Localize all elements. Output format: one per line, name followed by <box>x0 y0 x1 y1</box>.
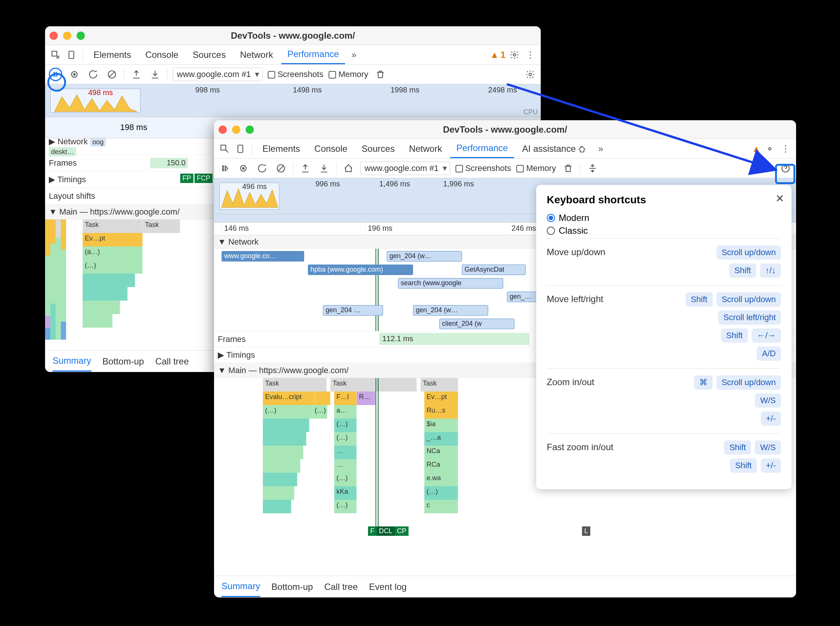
calltree-tab[interactable]: Call tree <box>155 352 189 371</box>
svg-point-7 <box>529 73 532 75</box>
radio-classic[interactable]: Classic <box>547 225 781 236</box>
shortcut-key: Scroll left/right <box>718 310 781 325</box>
more-tabs-icon[interactable]: » <box>347 48 361 62</box>
shortcut-key: Shift <box>685 292 713 307</box>
close-icon[interactable]: ✕ <box>775 192 784 205</box>
radio-modern[interactable]: Modern <box>547 213 781 223</box>
traffic-lights <box>50 31 85 40</box>
settings-icon[interactable] <box>523 67 537 81</box>
upload-icon[interactable] <box>130 67 143 81</box>
trash-icon[interactable] <box>374 67 387 81</box>
close-dot[interactable] <box>50 31 58 40</box>
kebab-icon[interactable]: ⋮ <box>779 142 792 156</box>
network-request[interactable]: search (www.google <box>398 278 503 289</box>
shortcut-key: ↑/↓ <box>760 263 781 278</box>
recording-dropdown-2[interactable]: www.google.com #1 <box>361 161 450 175</box>
issues-badge[interactable]: ▲ 1 <box>490 50 506 60</box>
recording-dropdown[interactable]: www.google.com #1 <box>173 67 262 81</box>
network-request[interactable]: gen_204 … <box>323 305 383 316</box>
clear-icon[interactable] <box>274 161 287 175</box>
record-icon[interactable] <box>237 161 250 175</box>
more-tabs-icon[interactable]: » <box>594 142 607 156</box>
screenshots-checkbox[interactable]: Screenshots <box>268 69 323 79</box>
tab-console[interactable]: Console <box>308 140 353 158</box>
svg-marker-8 <box>55 95 137 112</box>
device-icon[interactable] <box>65 48 78 62</box>
shortcut-key: +/- <box>761 412 781 426</box>
download-icon[interactable] <box>148 67 162 81</box>
help-icon[interactable] <box>779 161 792 175</box>
trash-icon[interactable] <box>561 161 575 175</box>
shortcut-label: Fast zoom in/out <box>547 440 724 452</box>
window-title-2: DevTools - www.google.com/ <box>443 124 567 135</box>
close-dot[interactable] <box>219 125 227 134</box>
shortcut-key: ⌘ <box>694 376 713 390</box>
download-icon[interactable] <box>317 161 331 175</box>
network-request[interactable]: hpba (www.google.com) <box>308 264 413 275</box>
device-icon[interactable] <box>234 142 247 156</box>
clear-icon[interactable] <box>105 67 119 81</box>
reload-icon[interactable] <box>86 67 100 81</box>
shortcut-key: Scroll up/down <box>717 292 781 307</box>
bottomup-tab[interactable]: Bottom-up <box>103 352 144 371</box>
memory-checkbox-2[interactable]: Memory <box>516 163 556 173</box>
window-title: DevTools - www.google.com/ <box>231 30 355 41</box>
minimize-dot[interactable] <box>63 31 71 40</box>
overview-cursor-label: 498 ms <box>88 88 113 97</box>
memory-checkbox[interactable]: Memory <box>329 69 368 79</box>
tab-console[interactable]: Console <box>139 46 184 64</box>
shortcut-key: Shift <box>729 263 756 278</box>
network-request[interactable]: gen_204 (w… <box>413 305 488 316</box>
network-request[interactable]: GetAsyncDat <box>462 264 526 275</box>
kebab-icon[interactable]: ⋮ <box>523 48 537 62</box>
summary-tab[interactable]: Summary <box>53 351 91 372</box>
svg-point-16 <box>766 167 768 169</box>
inspect-icon[interactable] <box>49 48 62 62</box>
collapse-icon[interactable] <box>586 161 599 175</box>
tab-sources[interactable]: Sources <box>187 46 232 64</box>
summary-tab[interactable]: Summary <box>222 576 260 597</box>
gear-icon[interactable] <box>508 48 521 62</box>
reload-icon[interactable] <box>255 161 269 175</box>
issues-badge[interactable]: ▲ <box>752 144 761 154</box>
shortcut-label: Move up/down <box>547 246 717 257</box>
svg-point-5 <box>73 73 76 75</box>
record-reload-icon[interactable] <box>218 161 231 175</box>
tab-sources[interactable]: Sources <box>356 140 401 158</box>
shortcut-key: W/S <box>755 440 781 455</box>
screenshots-checkbox-2[interactable]: Screenshots <box>456 163 511 173</box>
svg-rect-3 <box>54 72 55 76</box>
tab-network[interactable]: Network <box>403 140 448 158</box>
zoom-dot[interactable] <box>245 125 254 134</box>
overview-timeline[interactable]: 498 ms 998 ms 1498 ms 1998 ms 2498 ms CP… <box>45 84 541 117</box>
network-request[interactable]: client_204 (w <box>439 319 514 329</box>
record-reload-icon[interactable] <box>49 67 62 81</box>
home-icon[interactable] <box>342 161 355 175</box>
shortcut-key: Scroll up/down <box>717 376 781 390</box>
calltree-tab[interactable]: Call tree <box>324 577 358 597</box>
shortcut-key: ←/→ <box>752 329 781 343</box>
minimize-dot[interactable] <box>232 125 240 134</box>
tab-elements[interactable]: Elements <box>256 140 306 158</box>
zoom-dot[interactable] <box>77 31 85 40</box>
shortcut-label: Zoom in/out <box>547 376 694 387</box>
tab-network[interactable]: Network <box>234 46 279 64</box>
network-request[interactable]: www.google.co… <box>222 251 304 261</box>
eventlog-tab[interactable]: Event log <box>369 577 407 597</box>
inspect-icon[interactable] <box>218 142 231 156</box>
gear-icon[interactable] <box>763 142 776 156</box>
shortcut-key: Shift <box>730 459 757 473</box>
tab-performance[interactable]: Performance <box>281 45 345 64</box>
svg-rect-0 <box>52 51 57 56</box>
record-icon[interactable] <box>67 67 81 81</box>
upload-icon[interactable] <box>298 161 312 175</box>
network-request[interactable]: gen_204 (w… <box>387 251 462 261</box>
settings-icon[interactable] <box>760 161 774 175</box>
network-request[interactable]: gen_… <box>507 291 541 302</box>
shortcut-key: Scroll up/down <box>717 246 781 260</box>
svg-rect-12 <box>223 166 224 171</box>
tab-ai-assistance[interactable]: AI assistance <box>516 140 592 158</box>
tab-elements[interactable]: Elements <box>87 46 137 64</box>
bottomup-tab[interactable]: Bottom-up <box>272 577 313 597</box>
tab-performance[interactable]: Performance <box>450 139 514 158</box>
